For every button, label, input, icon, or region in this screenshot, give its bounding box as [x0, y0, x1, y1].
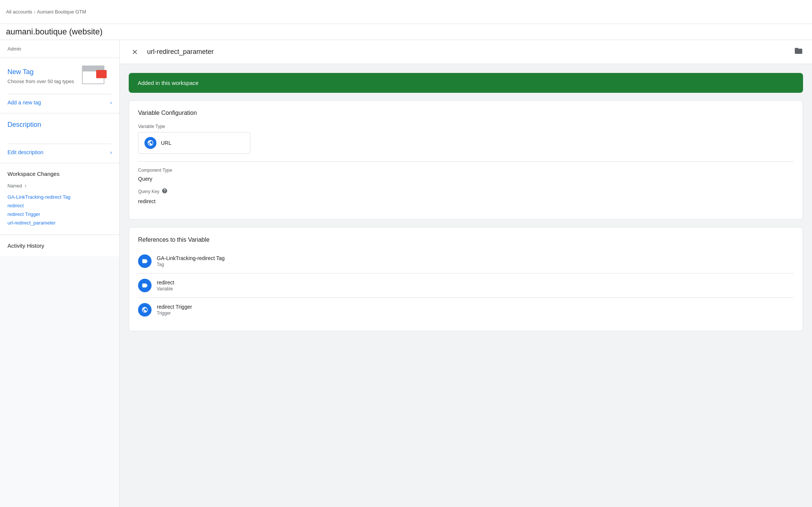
query-key-label-text: Query Key	[138, 189, 159, 194]
add-tag-chevron: ›	[110, 100, 112, 106]
component-type-label: Component Type	[138, 168, 794, 173]
ref-item-ga-tag[interactable]: GA-LinkTracking-redirect Tag Tag	[138, 249, 794, 274]
ref-name-redirect-trigger: redirect Trigger	[157, 304, 794, 310]
query-key-label: Query Key	[138, 188, 794, 195]
close-button[interactable]: ✕	[129, 45, 141, 59]
close-icon: ✕	[132, 48, 138, 56]
workspace-link-ga[interactable]: GA-LinkTracking-redirect Tag	[7, 193, 112, 201]
ref-icon-variable	[138, 279, 152, 292]
ref-name-ga-tag: GA-LinkTracking-redirect Tag	[157, 255, 794, 261]
breadcrumb: All accounts › Aumani Boutique GTM	[6, 9, 86, 15]
variable-type-label: Variable Type	[138, 124, 794, 129]
ref-item-redirect-variable[interactable]: redirect Variable	[138, 274, 794, 298]
sidebar: Admin New Tag Choose from over 50 tag ty…	[0, 40, 120, 507]
description-section: Description Edit description ›	[0, 113, 119, 163]
ref-type-ga-tag: Tag	[157, 262, 794, 267]
edit-desc-chevron: ›	[110, 149, 112, 155]
panel-content: Added in this workspace Variable Configu…	[120, 64, 812, 507]
component-type-value: Query	[138, 176, 794, 182]
activity-history-title: Activity History	[7, 242, 112, 249]
variable-config-card: Variable Configuration Variable Type URL…	[129, 100, 803, 220]
ref-item-redirect-trigger[interactable]: redirect Trigger Trigger	[138, 298, 794, 322]
edit-description-link[interactable]: Edit description ›	[7, 144, 112, 155]
new-tag-section: New Tag Choose from over 50 tag types Ad…	[0, 58, 119, 113]
right-panel: ✕ url-redirect_parameter Added in this w…	[120, 40, 812, 507]
ref-type-redirect-var: Variable	[157, 286, 794, 291]
named-text: Named	[7, 183, 22, 189]
workspace-link-redirect-trigger[interactable]: redirect Trigger	[7, 210, 112, 219]
breadcrumb-container[interactable]: Aumani Boutique GTM	[37, 9, 86, 15]
ref-type-redirect-trigger: Trigger	[157, 311, 794, 316]
activity-history-section: Activity History	[0, 235, 119, 256]
named-label: Named ↑	[7, 183, 112, 189]
workspace-link-url-redirect[interactable]: url-redirect_parameter	[7, 219, 112, 227]
top-bar: All accounts › Aumani Boutique GTM	[0, 0, 812, 24]
folder-icon[interactable]	[794, 46, 803, 57]
divider-1	[138, 161, 794, 162]
new-tag-title: New Tag	[7, 68, 82, 76]
add-new-tag-link[interactable]: Add a new tag ›	[7, 94, 112, 106]
url-type-value: URL	[161, 140, 171, 146]
workspace-title: Workspace Changes	[7, 171, 112, 177]
ref-text-redirect-var: redirect Variable	[157, 280, 794, 291]
panel-title: url-redirect_parameter	[147, 48, 788, 56]
help-icon[interactable]	[162, 188, 168, 195]
query-key-value: redirect	[138, 198, 794, 204]
references-title: References to this Variable	[138, 236, 794, 243]
workspace-changes-section: Workspace Changes Named ↑ GA-LinkTrackin…	[0, 163, 119, 235]
ref-text-redirect-trigger: redirect Trigger Trigger	[157, 304, 794, 316]
ref-name-redirect-var: redirect	[157, 280, 794, 285]
variable-config-title: Variable Configuration	[138, 110, 794, 116]
workspace-link-redirect[interactable]: redirect	[7, 201, 112, 210]
sidebar-admin-label: Admin	[0, 40, 119, 58]
add-tag-text: Add a new tag	[7, 100, 41, 106]
ref-icon-tag	[138, 254, 152, 268]
tag-icon-red	[96, 70, 107, 78]
admin-text: Admin	[7, 46, 21, 52]
url-type-box: URL	[138, 132, 250, 154]
breadcrumb-chevron: ›	[34, 9, 36, 15]
url-globe-icon	[144, 137, 156, 149]
new-tag-desc: Choose from over 50 tag types	[7, 78, 82, 85]
main-layout: Admin New Tag Choose from over 50 tag ty…	[0, 40, 812, 507]
site-name: aumani.boutique (website)	[6, 27, 103, 37]
panel-header: ✕ url-redirect_parameter	[120, 40, 812, 64]
ref-text-ga-tag: GA-LinkTracking-redirect Tag Tag	[157, 255, 794, 267]
edit-desc-text: Edit description	[7, 149, 43, 155]
tag-icon-window	[82, 65, 104, 84]
added-in-workspace-banner: Added in this workspace	[129, 73, 803, 93]
new-tag-content: New Tag Choose from over 50 tag types	[7, 68, 82, 85]
breadcrumb-account[interactable]: All accounts	[6, 9, 32, 15]
references-card: References to this Variable GA-LinkTrack…	[129, 227, 803, 331]
description-title: Description	[7, 121, 112, 129]
new-tag-icon-area	[82, 65, 112, 88]
ref-icon-trigger	[138, 303, 152, 317]
sort-arrow-icon[interactable]: ↑	[24, 183, 27, 189]
